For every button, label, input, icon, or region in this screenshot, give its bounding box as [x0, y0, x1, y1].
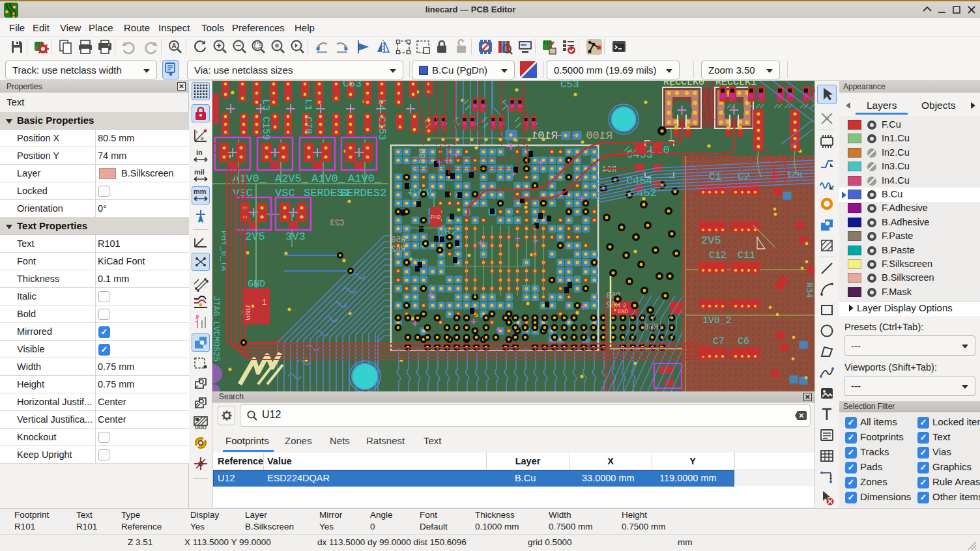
svg-text:A1V0_: A1V0_: [233, 173, 267, 185]
svg-text:in: in: [196, 148, 203, 156]
svg-text:SERDES2: SERDES2: [340, 187, 386, 199]
svg-text:PAD: PAD: [431, 214, 440, 221]
svg-text:1: 1: [262, 298, 267, 307]
svg-text:C6: C6: [738, 336, 749, 347]
svg-text:R55: R55: [418, 148, 427, 163]
svg-text:R64: R64: [602, 165, 616, 175]
svg-text:RECCLK0: RECCLK0: [663, 81, 704, 88]
svg-text:2V5: 2V5: [245, 231, 265, 243]
svg-text:r: r: [196, 129, 198, 135]
svg-text:A: A: [172, 42, 177, 49]
svg-text:VSC: VSC: [275, 187, 295, 199]
svg-text:A2V5_: A2V5_: [275, 173, 309, 185]
svg-text:C23: C23: [330, 219, 344, 228]
svg-text:C11: C11: [738, 250, 755, 261]
svg-text:2V5: 2V5: [701, 234, 721, 247]
svg-text:R100: R100: [586, 130, 612, 142]
svg-text:L1 C78: L1 C78: [302, 99, 313, 134]
svg-text:A1V0_: A1V0_: [311, 173, 345, 185]
svg-text:L3 C159: L3 C159: [260, 99, 271, 140]
svg-text:R62: R62: [391, 245, 405, 254]
svg-text:L4 C153: L4 C153: [376, 99, 387, 140]
svg-text:θ: θ: [201, 135, 204, 141]
svg-text:mil: mil: [194, 168, 205, 176]
svg-text:JTAG_LVCMOS25: JTAG_LVCMOS25: [212, 296, 221, 361]
svg-text:R34: R34: [804, 283, 814, 298]
svg-text:C12: C12: [709, 250, 727, 261]
svg-text:A1V0_: A1V0_: [348, 173, 382, 185]
svg-text:mm: mm: [194, 188, 207, 195]
svg-text:R66: R66: [644, 323, 658, 332]
svg-text:R50: R50: [391, 236, 405, 245]
svg-text:C53: C53: [560, 81, 579, 91]
svg-text:C7: C7: [713, 336, 725, 347]
svg-text:1V0_2: 1V0_2: [702, 315, 732, 326]
svg-text:3V3: 3V3: [285, 231, 306, 243]
svg-text:C53: C53: [343, 81, 362, 90]
svg-text:GND: GND: [248, 279, 265, 290]
